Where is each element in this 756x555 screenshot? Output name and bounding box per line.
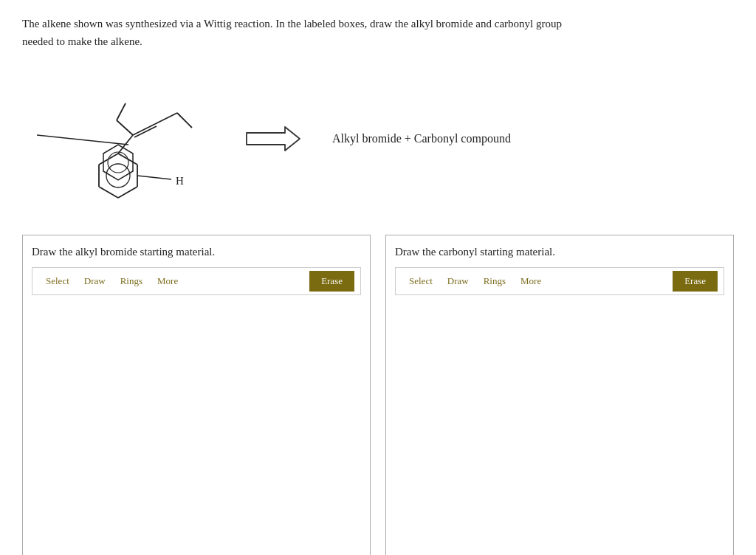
carbonyl-panel: Draw the carbonyl starting material. Sel… — [385, 235, 734, 555]
molecule-diagram: H — [37, 65, 229, 213]
reaction-label: Alkyl bromide + Carbonyl compound — [332, 132, 511, 145]
svg-line-12 — [134, 126, 157, 137]
alkyl-rings-button[interactable]: Rings — [113, 272, 150, 290]
drawing-panels: Draw the alkyl bromide starting material… — [22, 235, 734, 555]
alkyl-bromide-panel: Draw the alkyl bromide starting material… — [22, 235, 371, 555]
svg-line-17 — [137, 176, 171, 179]
svg-line-15 — [155, 113, 177, 124]
carbonyl-select-button[interactable]: Select — [402, 272, 440, 290]
intro-line1: The alkene shown was synthesized via a W… — [22, 18, 562, 30]
svg-line-1 — [37, 135, 128, 145]
alkyl-bromide-toolbar: Select Draw Rings More Erase — [32, 267, 361, 295]
alkyl-more-button[interactable]: More — [150, 272, 185, 290]
alkyl-erase-button[interactable]: Erase — [309, 271, 354, 292]
alkyl-bromide-title: Draw the alkyl bromide starting material… — [32, 246, 361, 258]
alkyl-bromide-canvas[interactable] — [32, 295, 361, 546]
carbonyl-draw-button[interactable]: Draw — [440, 272, 476, 290]
carbonyl-more-button[interactable]: More — [513, 272, 549, 290]
h-label: H — [176, 175, 184, 187]
alkyl-draw-button[interactable]: Draw — [77, 272, 113, 290]
reaction-arrow — [244, 124, 303, 154]
svg-line-16 — [177, 113, 192, 128]
carbonyl-canvas[interactable] — [395, 295, 724, 546]
svg-line-13 — [117, 120, 133, 135]
carbonyl-toolbar: Select Draw Rings More Erase — [395, 267, 724, 295]
intro-line2: needed to make the alkene. — [22, 35, 142, 47]
carbonyl-erase-button[interactable]: Erase — [673, 271, 718, 292]
carbonyl-rings-button[interactable]: Rings — [476, 272, 513, 290]
svg-line-5 — [118, 187, 137, 198]
molecule-area: H Alkyl bromide + Carbonyl compound — [22, 65, 734, 213]
alkyl-select-button[interactable]: Select — [38, 272, 77, 290]
svg-line-8 — [99, 154, 118, 165]
svg-line-14 — [117, 103, 126, 120]
svg-line-11 — [133, 124, 155, 135]
svg-line-3 — [118, 154, 137, 165]
carbonyl-title: Draw the carbonyl starting material. — [395, 246, 724, 258]
svg-point-2 — [108, 152, 128, 173]
intro-text: The alkene shown was synthesized via a W… — [22, 15, 724, 50]
svg-marker-18 — [247, 127, 300, 151]
svg-line-6 — [99, 187, 118, 198]
